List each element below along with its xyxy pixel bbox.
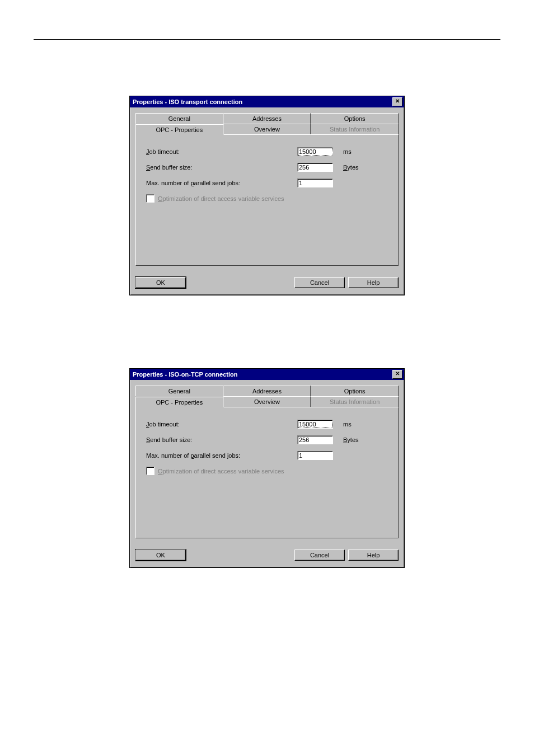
- job-timeout-input[interactable]: 15000: [297, 147, 333, 156]
- tab-opc-properties[interactable]: OPC - Properties: [135, 124, 223, 135]
- close-icon[interactable]: ✕: [392, 97, 402, 106]
- ok-button[interactable]: OK: [135, 550, 186, 561]
- unit-ms: ms: [343, 148, 352, 155]
- row-optimization: Optimization of direct access variable s…: [146, 194, 388, 203]
- parallel-input[interactable]: 1: [297, 179, 333, 187]
- dialog-iso-on-tcp: Properties - ISO-on-TCP connection ✕ Gen…: [129, 368, 405, 568]
- unit-ms: ms: [343, 421, 352, 428]
- tab-opc-properties[interactable]: OPC - Properties: [135, 397, 223, 407]
- row-send-buffer: Send buffer size: 256 Bytes: [146, 435, 388, 444]
- tab-options[interactable]: Options: [311, 113, 399, 124]
- cancel-button[interactable]: Cancel: [294, 277, 345, 288]
- tab-pane: Job timeout: 15000 ms Send buffer size: …: [135, 407, 399, 538]
- row-parallel: Max. number of parallel send jobs: 1: [146, 451, 388, 460]
- label-optimization: Optimization of direct access variable s…: [158, 468, 284, 475]
- header-rule: [34, 39, 500, 40]
- button-row: OK Cancel Help: [130, 544, 404, 567]
- send-buffer-input[interactable]: 256: [297, 435, 333, 444]
- label-job-timeout: Job timeout:: [146, 421, 297, 428]
- cancel-button[interactable]: Cancel: [294, 550, 345, 561]
- row-job-timeout: Job timeout: 15000 ms: [146, 420, 388, 429]
- tab-overview[interactable]: Overview: [223, 396, 311, 407]
- parallel-input[interactable]: 1: [297, 451, 333, 460]
- tab-options[interactable]: Options: [311, 386, 399, 396]
- unit-bytes: Bytes: [343, 436, 359, 443]
- row-send-buffer: Send buffer size: 256 Bytes: [146, 163, 388, 172]
- optimization-checkbox: [146, 467, 154, 475]
- row-job-timeout: Job timeout: 15000 ms: [146, 147, 388, 156]
- tab-status-information: Status Information: [311, 124, 399, 134]
- label-send-buffer: Send buffer size:: [146, 164, 297, 171]
- help-button[interactable]: Help: [348, 550, 399, 561]
- tab-general[interactable]: General: [135, 386, 223, 396]
- send-buffer-input[interactable]: 256: [297, 163, 333, 172]
- row-parallel: Max. number of parallel send jobs: 1: [146, 179, 388, 187]
- help-button[interactable]: Help: [348, 277, 399, 288]
- tab-bar: General Addresses Options OPC - Properti…: [135, 386, 399, 407]
- label-job-timeout: Job timeout:: [146, 148, 297, 155]
- label-parallel: Max. number of parallel send jobs:: [146, 180, 297, 186]
- optimization-checkbox: [146, 194, 154, 203]
- tab-bar: General Addresses Options OPC - Properti…: [135, 113, 399, 134]
- close-icon[interactable]: ✕: [392, 370, 402, 379]
- dialog-iso-transport: Properties - ISO transport connection ✕ …: [129, 96, 405, 295]
- dialog-title: Properties - ISO transport connection: [133, 98, 242, 105]
- tab-overview[interactable]: Overview: [223, 124, 311, 134]
- tab-general[interactable]: General: [135, 113, 223, 124]
- tab-addresses[interactable]: Addresses: [223, 113, 311, 124]
- label-optimization: Optimization of direct access variable s…: [158, 195, 284, 202]
- label-parallel: Max. number of parallel send jobs:: [146, 452, 297, 459]
- tab-addresses[interactable]: Addresses: [223, 386, 311, 396]
- titlebar: Properties - ISO-on-TCP connection ✕: [130, 369, 404, 380]
- label-send-buffer: Send buffer size:: [146, 436, 297, 443]
- dialog-title: Properties - ISO-on-TCP connection: [133, 371, 237, 378]
- unit-bytes: Bytes: [343, 164, 359, 171]
- tab-status-information: Status Information: [311, 396, 399, 407]
- titlebar: Properties - ISO transport connection ✕: [130, 96, 404, 107]
- ok-button[interactable]: OK: [135, 277, 186, 288]
- tab-pane: Job timeout: 15000 ms Send buffer size: …: [135, 134, 399, 266]
- button-row: OK Cancel Help: [130, 271, 404, 295]
- row-optimization: Optimization of direct access variable s…: [146, 467, 388, 475]
- job-timeout-input[interactable]: 15000: [297, 420, 333, 429]
